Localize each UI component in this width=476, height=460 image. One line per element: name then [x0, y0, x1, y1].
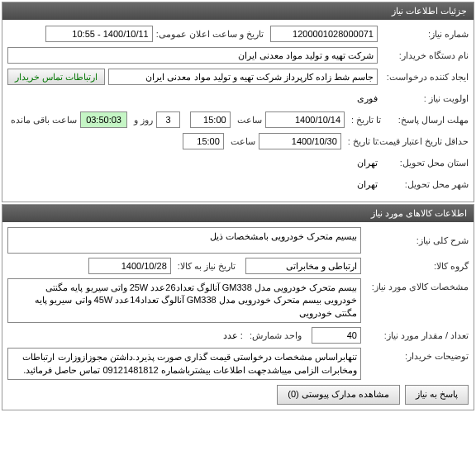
group-field: ارتباطی و مخابراتی: [245, 258, 361, 274]
unit-label: واحد شمارش:: [246, 330, 302, 341]
unit-value: : عدد: [223, 330, 243, 341]
qty-label: تعداد / مقدار مورد نیاز:: [361, 330, 469, 341]
priority-label: اولویت نیاز :: [378, 93, 469, 104]
desc-field: بیسیم متحرک خودرویی بامشخصات ذیل: [7, 227, 361, 254]
validity-label: حداقل تاریخ اعتبار قیمت:: [378, 136, 469, 147]
validity-to-label: تا تاریخ :: [345, 136, 378, 147]
deadline-date-field: 1400/10/14: [265, 111, 345, 128]
desc-label: شرح کلی نیاز:: [361, 235, 469, 246]
deadline-label: مهلت ارسال پاسخ:: [381, 115, 469, 126]
attachments-button[interactable]: مشاهده مدارک پیوستی (0): [277, 385, 400, 405]
contact-button[interactable]: ارتباطات تماس خریدار: [7, 69, 105, 85]
need-date-label: تاریخ نیاز به کالا:: [174, 261, 236, 272]
creator-label: ایجاد کننده درخواست:: [378, 72, 469, 83]
validity-date-field: 1400/10/30: [259, 133, 341, 149]
need-info-panel: جزئیات اطلاعات نیاز شماره نیاز: 12000010…: [2, 2, 474, 202]
need-no-field: 1200001028000071: [270, 26, 378, 42]
need-date-field: 1400/10/28: [88, 258, 171, 274]
panel-header-2: اطلاعات کالاهای مورد نیاز: [2, 205, 474, 222]
org-field: شرکت تهیه و تولید مواد معدنی ایران: [7, 47, 378, 64]
panel-header-1: جزئیات اطلاعات نیاز: [2, 2, 474, 20]
priority-value: فوری: [357, 93, 378, 104]
days-label: روز و: [131, 115, 153, 126]
validity-time-label: ساعت: [227, 136, 255, 147]
notes-label: توضیحات خریدار:: [361, 348, 469, 362]
notes-field: تنهابراساس مشخصات درخواستی قیمت گذاری صو…: [7, 348, 361, 380]
deadline-time-field: 15:00: [190, 111, 230, 128]
qty-field: 40: [312, 327, 361, 344]
deadline-to-label: تا تاریخ :: [348, 115, 381, 126]
panel-body-2: شرح کلی نیاز: بیسیم متحرک خودرویی بامشخص…: [2, 222, 474, 410]
spec-label: مشخصات کالای مورد نیاز:: [361, 278, 469, 292]
validity-time-field: 15:00: [183, 133, 224, 149]
goods-info-panel: اطلاعات کالاهای مورد نیاز شرح کلی نیاز: …: [2, 204, 474, 410]
creator-field: جاسم شط زاده کارپرداز شرکت تهیه و تولید …: [108, 69, 378, 85]
reply-button[interactable]: پاسخ به نیاز: [405, 385, 469, 405]
panel-body-1: شماره نیاز: 1200001028000071 تاریخ و ساع…: [2, 20, 474, 202]
deadline-time-label: ساعت: [234, 115, 262, 126]
org-label: نام دستگاه خریدار:: [378, 50, 469, 61]
action-buttons: پاسخ به نیاز مشاهده مدارک پیوستی (0): [7, 385, 469, 405]
spec-field: بیسم متحرک خودرویی مدل GM338 آنالوگ تعدا…: [7, 278, 361, 323]
province-label: استان محل تحویل:: [378, 158, 469, 168]
province-value: تهران: [357, 158, 378, 168]
pub-date-label: تاریخ و ساعت اعلان عمومی:: [153, 29, 264, 40]
city-value: تهران: [357, 179, 378, 190]
city-label: شهر محل تحویل:: [378, 179, 469, 190]
timer-label: ساعت باقی مانده: [7, 115, 77, 126]
need-no-label: شماره نیاز:: [378, 29, 469, 40]
days-remaining-field: 3: [156, 111, 180, 128]
group-label: گروه کالا:: [361, 261, 469, 272]
countdown-timer: 03:50:03: [80, 111, 127, 128]
pub-date-field: 1400/10/11 - 10:55: [45, 26, 153, 42]
